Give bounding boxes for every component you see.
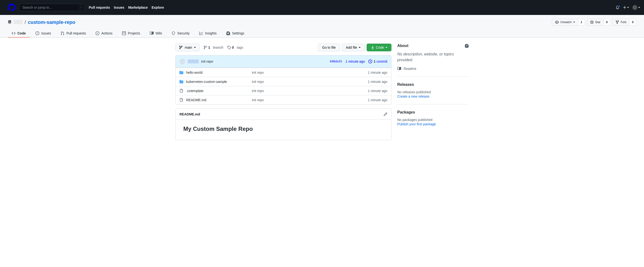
tab-pr-label: Pull requests	[66, 31, 86, 35]
file-link[interactable]: hello-world	[186, 71, 202, 74]
github-logo[interactable]	[8, 3, 16, 11]
owner-link[interactable]	[14, 20, 23, 25]
file-icon	[180, 98, 183, 102]
repo-title-row: / custom-sample-repo Unwatch 1 Star 0	[8, 19, 636, 25]
tab-insights-label: Insights	[205, 31, 216, 35]
releases-heading: Releases	[397, 82, 469, 87]
tags-link[interactable]: 0 tags	[227, 45, 243, 49]
file-link[interactable]: kubernetes-custom-sample	[186, 80, 227, 84]
main-column: main 1 branch 0 tags Go to file Add file…	[175, 44, 392, 140]
tab-actions[interactable]: Actions	[92, 29, 116, 38]
file-time: 1 minute ago	[349, 89, 387, 93]
tab-wiki[interactable]: Wiki	[146, 29, 166, 38]
create-release-link[interactable]: Create a new release	[397, 94, 429, 98]
file-row: kubernetes-custom-sampleinit repo1 minut…	[176, 77, 391, 86]
code-download-button[interactable]: Code	[366, 44, 392, 51]
file-row: README.mdinit repo1 minute ago	[176, 95, 391, 104]
global-header: / Pull requests Issues Marketplace Explo…	[0, 0, 644, 15]
commit-author-link[interactable]	[188, 59, 199, 63]
file-row: .cctemplateinit repo1 minute ago	[176, 86, 391, 95]
file-link[interactable]: README.md	[186, 98, 206, 102]
file-icon	[180, 89, 183, 93]
readme-heading: My Custom Sample Repo	[183, 126, 384, 132]
go-to-file-button[interactable]: Go to file	[318, 44, 340, 51]
readme-body: My Custom Sample Repo	[176, 120, 391, 140]
repo-name-link[interactable]: custom-sample-repo	[28, 19, 76, 25]
caret-down-icon	[627, 7, 629, 8]
packages-empty-text: No packages published	[397, 118, 469, 122]
nav-explore[interactable]: Explore	[152, 5, 164, 9]
star-button[interactable]: Star	[587, 19, 604, 25]
branch-select-button[interactable]: main	[175, 44, 200, 51]
file-commit-message[interactable]: init repo	[252, 89, 349, 93]
path-separator: /	[24, 19, 26, 25]
nav-pull-requests[interactable]: Pull requests	[89, 5, 110, 9]
notifications-button[interactable]	[616, 5, 620, 9]
search-input[interactable]	[19, 4, 85, 11]
readme-edit-button[interactable]	[384, 112, 387, 116]
file-time: 1 minute ago	[349, 80, 387, 84]
about-heading: About	[397, 44, 469, 48]
file-row: hello-worldinit repo1 minute ago	[176, 68, 391, 77]
file-commit-message[interactable]: init repo	[252, 80, 349, 84]
branch-name: main	[185, 45, 192, 49]
tab-security[interactable]: Security	[168, 29, 194, 38]
search-slash-hint: /	[79, 5, 84, 10]
tab-settings-label: Settings	[232, 31, 244, 35]
file-link[interactable]: .cctemplate	[186, 89, 204, 93]
branches-link[interactable]: 1 branch	[203, 45, 223, 49]
tab-issues[interactable]: Issues	[32, 29, 55, 38]
commits-count-number: 1	[374, 59, 376, 63]
tab-pull-requests[interactable]: Pull requests	[57, 29, 90, 38]
caret-down-icon	[386, 47, 387, 48]
tab-projects[interactable]: Projects	[118, 29, 144, 38]
file-navigation: main 1 branch 0 tags Go to file Add file…	[175, 44, 392, 51]
tags-label: tags	[237, 45, 243, 49]
file-name-cell: .cctemplate	[180, 89, 252, 93]
publish-package-link[interactable]: Publish your first package	[397, 122, 436, 126]
star-label: Star	[595, 20, 600, 24]
global-nav: Pull requests Issues Marketplace Explore	[89, 5, 164, 9]
file-actions: Go to file Add file Code	[318, 44, 392, 51]
readme-filename: README.md	[180, 112, 200, 116]
user-menu[interactable]	[632, 5, 640, 10]
tab-code[interactable]: Code	[8, 29, 30, 38]
packages-heading: Packages	[397, 110, 469, 114]
sidebar: About No description, website, or topics…	[397, 44, 469, 140]
releases-empty-text: No releases published	[397, 90, 469, 94]
folder-icon	[180, 80, 183, 84]
star-count[interactable]: 0	[604, 19, 610, 25]
watch-count[interactable]: 1	[578, 19, 585, 25]
unwatch-label: Unwatch	[560, 20, 572, 24]
caret-down-icon	[573, 22, 575, 23]
create-new-menu[interactable]	[623, 5, 629, 9]
commit-author-avatar[interactable]	[180, 58, 185, 64]
file-table: hello-worldinit repo1 minute agokubernet…	[175, 68, 392, 105]
fork-count[interactable]: 0	[630, 19, 636, 25]
file-commit-message[interactable]: init repo	[252, 98, 349, 102]
commits-count-label: commit	[376, 59, 387, 63]
commits-count-link[interactable]: 1 commit	[368, 59, 387, 63]
folder-icon	[180, 71, 183, 74]
add-file-button[interactable]: Add file	[342, 44, 365, 51]
add-file-label: Add file	[346, 45, 357, 49]
tab-issues-label: Issues	[41, 31, 51, 35]
tab-insights[interactable]: Insights	[195, 29, 220, 38]
nav-marketplace[interactable]: Marketplace	[128, 5, 148, 9]
caret-down-icon	[638, 7, 640, 8]
file-commit-message[interactable]: init repo	[252, 71, 349, 74]
about-description: No description, website, or topics provi…	[397, 51, 469, 63]
branches-label: branch	[213, 45, 223, 49]
packages-section: Packages No packages published Publish y…	[397, 110, 469, 132]
readme-sidebar-link[interactable]: Readme	[397, 67, 469, 71]
tab-settings[interactable]: Settings	[222, 29, 248, 38]
file-time: 1 minute ago	[349, 98, 387, 102]
repo-nav: Code Issues Pull requests Actions Projec…	[8, 29, 636, 38]
nav-issues[interactable]: Issues	[114, 5, 124, 9]
fork-button[interactable]: Fork	[612, 19, 630, 25]
commit-time[interactable]: 1 minute ago	[346, 59, 365, 63]
unwatch-button[interactable]: Unwatch	[552, 19, 578, 25]
latest-commit-message[interactable]: init repo	[201, 59, 213, 63]
about-settings-button[interactable]	[465, 44, 469, 48]
commit-sha[interactable]: 698da35	[330, 60, 342, 63]
